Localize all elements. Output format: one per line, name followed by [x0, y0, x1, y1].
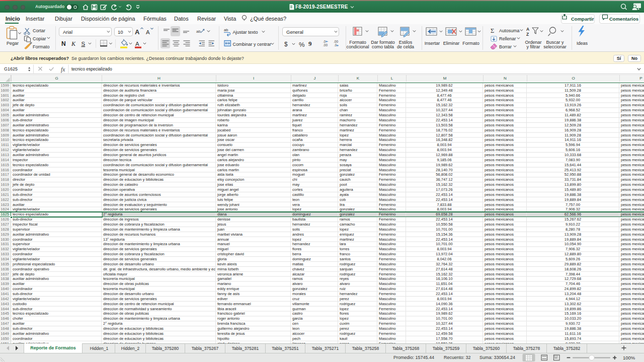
svg-text:ab: ab — [224, 28, 228, 32]
svg-text:Σ: Σ — [491, 27, 494, 34]
svg-text:$: $ — [284, 41, 288, 48]
svg-text:.0: .0 — [334, 43, 337, 47]
svg-text:%: % — [299, 41, 305, 48]
svg-text:N: N — [61, 40, 66, 47]
svg-text:K: K — [71, 40, 76, 47]
svg-text:.00: .00 — [334, 40, 338, 43]
svg-text:Z: Z — [526, 32, 529, 37]
svg-text:A: A — [146, 29, 150, 35]
svg-text:.00: .00 — [323, 43, 328, 47]
svg-text:fx: fx — [61, 66, 65, 73]
svg-text:ab: ab — [196, 29, 201, 34]
svg-text:A: A — [135, 28, 140, 36]
svg-text:A: A — [135, 41, 139, 47]
svg-text:S: S — [82, 41, 86, 47]
svg-text:9: 9 — [308, 40, 312, 47]
svg-text:A: A — [526, 27, 529, 32]
